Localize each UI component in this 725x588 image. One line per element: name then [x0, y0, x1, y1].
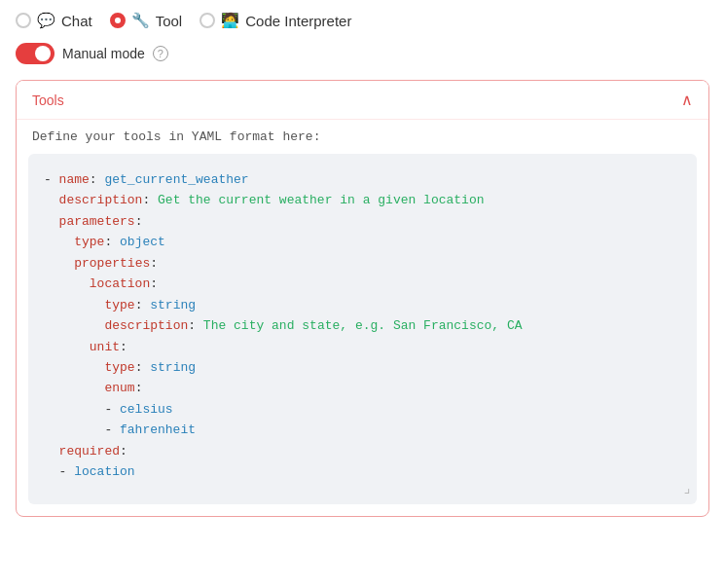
manual-mode-label: Manual mode	[62, 46, 145, 61]
radio-option-tool[interactable]: 🔧 Tool	[110, 12, 183, 29]
tools-description: Define your tools in YAML format here:	[17, 120, 708, 154]
radio-option-chat[interactable]: 💬 Chat	[16, 12, 92, 29]
top-bar: 💬 Chat 🔧 Tool 🧑‍💻 Code Interpreter	[16, 12, 709, 29]
code-interpreter-icon: 🧑‍💻	[221, 12, 239, 29]
manual-mode-toggle[interactable]	[16, 43, 54, 64]
yaml-line-5: properties:	[44, 253, 681, 274]
yaml-line-1: - name: get_current_weather	[44, 169, 681, 190]
tools-title: Tools	[32, 92, 64, 108]
chat-icon: 💬	[37, 12, 55, 29]
yaml-line-3: parameters:	[44, 211, 681, 232]
tool-icon: 🔧	[131, 12, 150, 29]
collapse-icon[interactable]: ∧	[681, 91, 693, 109]
yaml-line-2: description: Get the current weather in …	[44, 190, 681, 210]
tool-label: Tool	[156, 13, 183, 29]
radio-circle-chat	[16, 13, 31, 28]
yaml-line-4: type: object	[44, 232, 681, 252]
yaml-line-13: - fahrenheit	[44, 420, 681, 440]
yaml-line-15: - location	[44, 461, 681, 482]
yaml-line-14: required:	[44, 441, 681, 461]
yaml-line-8: description: The city and state, e.g. Sa…	[44, 315, 681, 336]
yaml-line-10: type: string	[44, 357, 681, 378]
yaml-line-9: unit:	[44, 337, 681, 357]
yaml-editor[interactable]: - name: get_current_weather description:…	[28, 154, 697, 504]
tools-panel: Tools ∧ Define your tools in YAML format…	[16, 80, 709, 517]
chat-label: Chat	[61, 13, 92, 29]
radio-circle-tool	[110, 13, 126, 28]
help-icon[interactable]: ?	[153, 46, 168, 61]
yaml-line-11: enum:	[44, 378, 681, 398]
resize-handle[interactable]: ⌟	[683, 478, 691, 500]
yaml-line-7: type: string	[44, 295, 681, 315]
radio-option-code-interpreter[interactable]: 🧑‍💻 Code Interpreter	[199, 12, 351, 29]
code-interpreter-label: Code Interpreter	[245, 13, 351, 29]
yaml-line-6: location:	[44, 274, 681, 294]
radio-circle-code	[199, 13, 215, 28]
manual-mode-row: Manual mode ?	[16, 43, 709, 64]
tools-header: Tools ∧	[17, 81, 708, 120]
yaml-line-12: - celsius	[44, 399, 681, 420]
